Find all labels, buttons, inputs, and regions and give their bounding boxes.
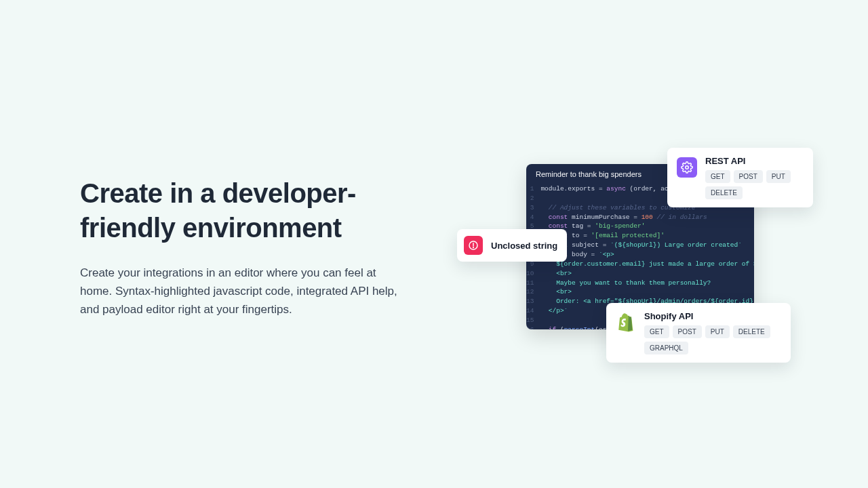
method-chip-post[interactable]: POST — [734, 170, 763, 183]
method-chip-post[interactable]: POST — [673, 325, 702, 338]
method-chip-delete[interactable]: DELETE — [733, 325, 770, 338]
page-body: Create your integrations in an editor wh… — [80, 264, 406, 319]
error-badge: Unclosed string — [457, 229, 567, 262]
page-heading: Create in a developer-friendly environme… — [80, 176, 406, 245]
error-text: Unclosed string — [491, 241, 557, 251]
method-chip-graphql[interactable]: GRAPHQL — [644, 342, 688, 354]
svg-point-2 — [473, 247, 474, 248]
method-chip-get[interactable]: GET — [644, 325, 669, 338]
shopify-api-chips: GETPOSTPUTDELETEGRAPHQL — [644, 325, 781, 354]
svg-point-3 — [686, 166, 689, 169]
method-chip-put[interactable]: PUT — [705, 325, 730, 338]
shopify-api-card: Shopify API GETPOSTPUTDELETEGRAPHQL — [606, 303, 791, 363]
method-chip-put[interactable]: PUT — [766, 170, 791, 183]
rest-api-title: REST API — [705, 156, 804, 166]
rest-api-card: REST API GETPOSTPUTDELETE — [667, 148, 813, 207]
alert-icon — [464, 236, 483, 255]
gear-icon — [677, 157, 697, 178]
shopify-icon — [616, 312, 636, 333]
shopify-api-title: Shopify API — [644, 311, 781, 321]
method-chip-get[interactable]: GET — [705, 170, 730, 183]
method-chip-delete[interactable]: DELETE — [705, 186, 743, 199]
hero-copy: Create in a developer-friendly environme… — [80, 176, 406, 319]
rest-api-chips: GETPOSTPUTDELETE — [705, 170, 804, 199]
